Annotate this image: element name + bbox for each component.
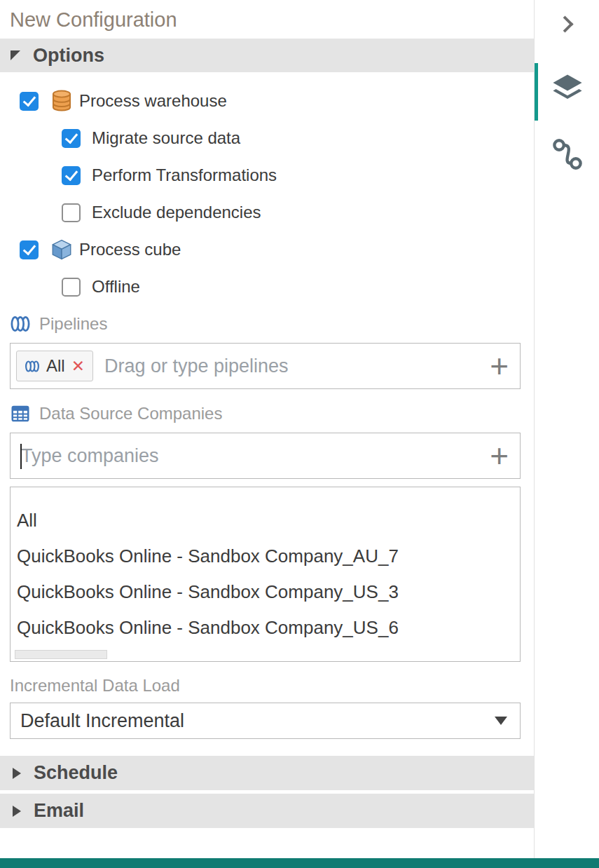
text-cursor: [20, 444, 22, 469]
chevron-down-icon: [495, 717, 507, 725]
companies-list[interactable]: All QuickBooks Online - Sandbox Company_…: [10, 487, 521, 662]
section-header-schedule[interactable]: Schedule: [0, 756, 534, 790]
section-options-label: Options: [33, 45, 104, 67]
pipelines-icon: [25, 360, 40, 373]
chevron-right-icon: [556, 15, 573, 32]
section-header-options[interactable]: Options: [0, 39, 534, 72]
checkbox-row-process-warehouse[interactable]: Process warehouse: [20, 90, 534, 111]
bottom-accent-bar: [0, 858, 599, 868]
chip-label: All: [46, 356, 65, 376]
checkbox[interactable]: [62, 166, 81, 185]
list-item[interactable]: QuickBooks Online - Sandbox Company_AU_7: [11, 538, 520, 574]
layers-icon[interactable]: [535, 70, 599, 107]
pipelines-icon: [10, 313, 31, 334]
companies-label: Data Source Companies: [39, 404, 222, 423]
checkbox[interactable]: [20, 240, 39, 259]
collapsed-triangle-icon: [13, 768, 21, 779]
checkbox[interactable]: [20, 92, 39, 111]
checkbox[interactable]: [62, 129, 81, 148]
checkbox-label: Process warehouse: [79, 91, 227, 111]
page-title: New Configuration: [0, 0, 534, 39]
checkbox-label: Process cube: [79, 240, 181, 259]
checkbox[interactable]: [62, 203, 81, 222]
horizontal-scrollbar-thumb[interactable]: [15, 650, 107, 659]
checkbox-row-offline[interactable]: Offline: [62, 276, 534, 297]
checkbox-row-exclude-dependencies[interactable]: Exclude dependencies: [62, 202, 534, 223]
checkbox-row-process-cube[interactable]: Process cube: [20, 239, 534, 260]
add-pipeline-button[interactable]: +: [490, 350, 509, 382]
pipelines-label: Pipelines: [39, 314, 107, 334]
incremental-label: Incremental Data Load: [10, 676, 534, 696]
section-schedule-label: Schedule: [34, 762, 118, 784]
pipelines-input[interactable]: All ✕ Drag or type pipelines +: [10, 343, 521, 389]
database-icon: [50, 89, 74, 113]
options-section-body: Process warehouse Migrate source data Pe…: [0, 72, 534, 739]
incremental-select-value: Default Incremental: [20, 710, 184, 732]
table-icon: [10, 403, 31, 424]
list-item[interactable]: QuickBooks Online - Sandbox Company_US_6: [11, 610, 520, 646]
right-toolbar: [534, 0, 599, 858]
cube-icon: [50, 238, 74, 262]
companies-input[interactable]: [11, 433, 490, 478]
list-item[interactable]: QuickBooks Online - Sandbox Company_US_3: [11, 574, 520, 610]
checkbox-row-perform-transformations[interactable]: Perform Transformations: [62, 165, 534, 186]
expanded-triangle-icon: [11, 50, 20, 60]
checkbox-label: Exclude dependencies: [92, 203, 261, 222]
add-company-button[interactable]: +: [490, 440, 509, 472]
remove-chip-icon[interactable]: ✕: [71, 358, 85, 374]
collapsed-triangle-icon: [13, 806, 21, 817]
pipelines-placeholder: Drag or type pipelines: [104, 355, 289, 377]
section-email-label: Email: [34, 800, 84, 822]
incremental-select[interactable]: Default Incremental: [10, 703, 521, 739]
expand-chevron-icon[interactable]: [535, 18, 599, 30]
pipelines-label-row: Pipelines: [10, 313, 534, 334]
data-flow-icon[interactable]: [535, 136, 599, 172]
companies-label-row: Data Source Companies: [10, 403, 534, 424]
checkbox-row-migrate-source-data[interactable]: Migrate source data: [62, 128, 534, 149]
checkbox-label: Perform Transformations: [92, 165, 277, 185]
checkbox-label: Migrate source data: [92, 128, 240, 148]
section-header-email[interactable]: Email: [0, 794, 534, 828]
list-item[interactable]: All: [11, 503, 520, 538]
pipeline-chip-all[interactable]: All ✕: [16, 351, 93, 381]
configuration-panel: New Configuration Options Process wareho…: [0, 0, 534, 858]
checkbox[interactable]: [62, 278, 81, 297]
checkbox-label: Offline: [92, 277, 140, 297]
companies-input-wrap: +: [10, 433, 521, 479]
